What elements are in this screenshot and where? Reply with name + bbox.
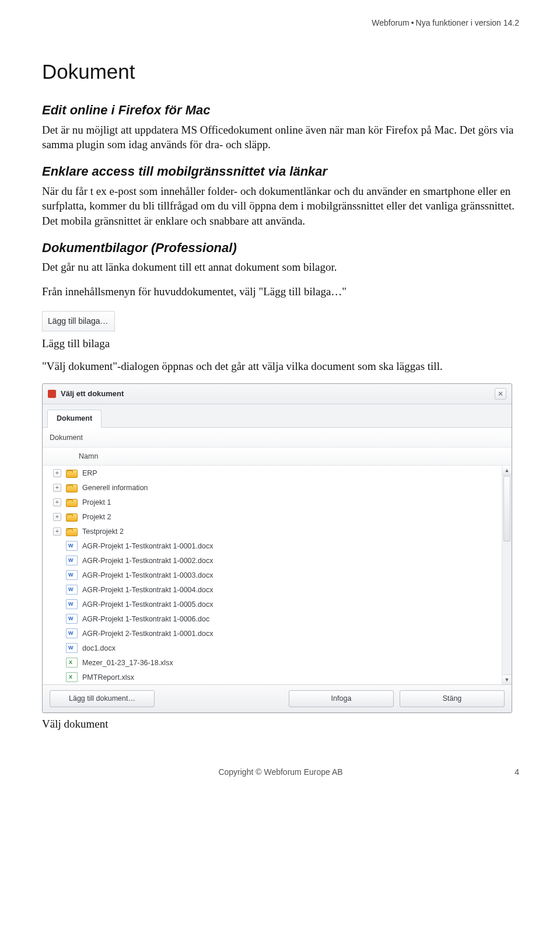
tree-file-row[interactable]: +doc1.docx [43,641,512,655]
section-title-3: Dokumentbilagor (Professional) [42,239,519,257]
footer-page-number: 4 [505,767,519,778]
dialog-titlebar: Välj ett dokument ✕ [43,384,512,404]
button-label: Infoga [331,694,352,703]
footer-copyright: Copyright © Webforum Europe AB [56,767,505,778]
row-label: AGR-Projekt 1-Testkontrakt 1-0004.docx [82,585,213,595]
expand-icon[interactable]: + [53,527,61,536]
figure-caption-1: Lägg till bilaga [42,336,519,351]
dialog-choose-document: Välj ett dokument ✕ Dokument Dokument Na… [42,383,512,714]
tree-file-row[interactable]: +AGR-Projekt 1-Testkontrakt 1-0006.doc [43,611,512,626]
word-file-icon [66,643,78,653]
dialog-footer: Lägg till dokument… Infoga Stäng [43,685,512,712]
tab-label: Dokument [57,414,92,422]
scrollbar[interactable]: ▲ ▼ [502,466,512,684]
folder-icon [66,513,78,522]
close-icon[interactable]: ✕ [495,388,506,400]
section-3-body-3: "Välj dokument"-dialogen öppnas och det … [42,359,519,374]
tree-file-row[interactable]: +AGR-Projekt 1-Testkontrakt 1-0003.docx [43,568,512,582]
button-label: Stäng [443,694,462,703]
scroll-up-icon[interactable]: ▲ [502,466,512,476]
section-label: Dokument [43,428,512,448]
tree-file-row[interactable]: +AGR-Projekt 1-Testkontrakt 1-0004.docx [43,582,512,597]
row-label: Mezer_01-23_17-36-18.xlsx [82,658,173,668]
section-title-1: Edit online i Firefox för Mac [42,102,519,119]
tree-file-row[interactable]: +Mezer_01-23_17-36-18.xlsx [43,655,512,670]
dialog-title: Välj ett dokument [61,389,495,399]
tree-file-row[interactable]: +PMTReport.xlsx [43,670,512,684]
tab-document[interactable]: Dokument [47,410,102,428]
word-file-icon [66,570,78,580]
folder-icon [66,499,78,507]
tree-file-row[interactable]: +AGR-Projekt 1-Testkontrakt 1-0002.docx [43,553,512,568]
row-label: AGR-Projekt 1-Testkontrakt 1-0005.docx [82,600,213,610]
word-file-icon [66,614,78,624]
row-label: AGR-Projekt 1-Testkontrakt 1-0006.doc [82,614,209,624]
tree-folder-row[interactable]: +ERP [43,466,512,480]
folder-icon [66,484,78,492]
header-product: Webforum [372,18,409,27]
row-label: Testprojekt 2 [82,527,124,537]
section-3-body-1: Det går nu att länka dokument till ett a… [42,260,519,275]
column-name: Namn [53,452,98,462]
folder-icon [66,470,78,478]
section-1-body: Det är nu möjligt att uppdatera MS Offic… [42,123,519,152]
column-header-row: Namn [43,448,512,466]
scroll-thumb[interactable] [503,476,510,541]
tree-file-row[interactable]: +AGR-Projekt 1-Testkontrakt 1-0001.docx [43,539,512,553]
row-label: AGR-Projekt 1-Testkontrakt 1-0001.docx [82,541,213,551]
excel-file-icon [66,658,78,668]
tree-folder-row[interactable]: +Generell information [43,480,512,495]
row-label: ERP [82,469,97,478]
expand-icon[interactable]: + [53,498,61,506]
section-2-body: När du får t ex e-post som innehåller fo… [42,184,519,229]
app-icon [48,390,56,398]
word-file-icon [66,628,78,638]
expand-icon[interactable]: + [53,484,61,492]
section-title-2: Enklare access till mobilgränssnittet vi… [42,163,519,180]
button-label: Lägg till dokument… [69,694,135,703]
word-file-icon [66,585,78,595]
excel-file-icon [66,672,78,682]
menu-item-add-attachment[interactable]: Lägg till bilaga… [42,311,115,331]
word-file-icon [66,541,78,551]
folder-icon [66,528,78,536]
row-label: Generell information [82,483,148,493]
running-header: Webforum•Nya funktioner i version 14.2 [42,18,519,29]
header-tagline: Nya funktioner i version 14.2 [416,18,519,27]
expand-icon[interactable]: + [53,469,61,477]
row-label: doc1.docx [82,644,116,654]
row-label: Projekt 2 [82,512,111,522]
document-tree: +ERP+Generell information+Projekt 1+Proj… [43,466,512,684]
row-label: AGR-Projekt 1-Testkontrakt 1-0002.docx [82,556,213,566]
close-button[interactable]: Stäng [400,690,505,707]
page-footer: Copyright © Webforum Europe AB 4 [42,767,519,778]
add-document-button[interactable]: Lägg till dokument… [50,690,155,707]
menu-item-label: Lägg till bilaga… [48,316,108,326]
tree-folder-row[interactable]: +Projekt 1 [43,495,512,509]
tree-file-row[interactable]: +AGR-Projekt 2-Testkontrakt 1-0001.docx [43,626,512,641]
dialog-tabstrip: Dokument [43,404,512,428]
tree-folder-row[interactable]: +Projekt 2 [43,509,512,524]
word-file-icon [66,599,78,609]
insert-button[interactable]: Infoga [289,690,394,707]
tree-file-row[interactable]: +AGR-Projekt 1-Testkontrakt 1-0005.docx [43,597,512,611]
section-3-body-2: Från innehållsmenyn för huvuddokumentet,… [42,284,519,299]
row-label: AGR-Projekt 2-Testkontrakt 1-0001.docx [82,629,213,639]
row-label: Projekt 1 [82,498,111,508]
row-label: AGR-Projekt 1-Testkontrakt 1-0003.docx [82,571,213,581]
word-file-icon [66,555,78,565]
page-title: Dokument [42,58,519,85]
scroll-down-icon[interactable]: ▼ [502,675,512,684]
row-label: PMTReport.xlsx [82,673,134,683]
tree-folder-row[interactable]: +Testprojekt 2 [43,524,512,539]
figure-caption-2: Välj dokument [42,717,519,732]
expand-icon[interactable]: + [53,513,61,521]
